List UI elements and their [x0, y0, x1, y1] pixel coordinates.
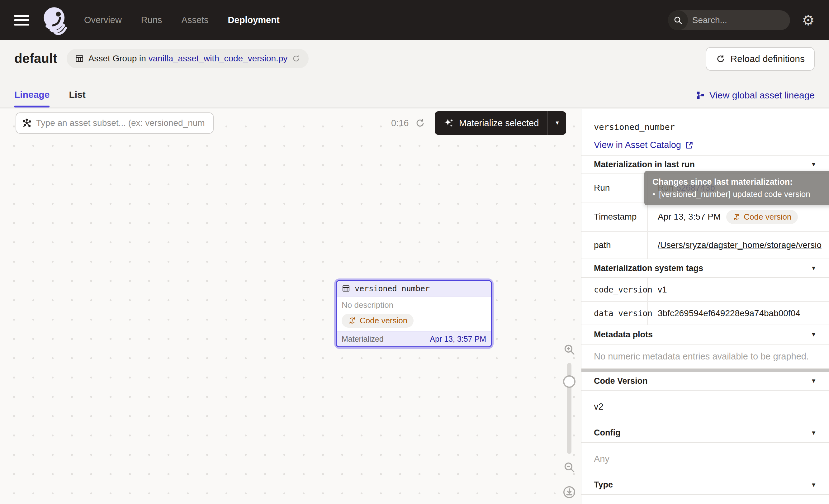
hamburger-menu-icon[interactable] [14, 15, 29, 26]
chevron-down-icon: ▼ [810, 331, 817, 338]
section-code-version[interactable]: Code Version▼ [581, 372, 829, 391]
nav-item-overview[interactable]: Overview [84, 15, 122, 25]
metadata-plots-empty-message: No numeric metadata entries available to… [581, 344, 829, 369]
refresh-graph-icon[interactable] [415, 118, 425, 128]
zoom-in-icon[interactable] [563, 343, 576, 356]
tag-key: code_version [581, 278, 648, 301]
nav-item-deployment[interactable]: Deployment [228, 15, 280, 25]
materialize-selected-button[interactable]: Materialize selected [435, 111, 547, 135]
asset-detail-panel: versioned_number View in Asset Catalog M… [581, 109, 829, 504]
section-metadata-plots[interactable]: Metadata plots▼ [581, 325, 829, 344]
code-version-changed-badge: Code version [341, 314, 413, 328]
refresh-icon [716, 54, 726, 64]
tooltip-item: •[versioned_number] updated code version [652, 189, 829, 199]
table-row: data_version 3bfc269594ef649228e9a74bab0… [581, 302, 829, 325]
tag-key: data_version [581, 302, 648, 325]
table-grid-icon [341, 284, 350, 293]
reload-definitions-button[interactable]: Reload definitions [706, 47, 815, 71]
global-search[interactable]: / [668, 10, 790, 30]
tooltip-title: Changes since last materialization: [652, 177, 829, 187]
tag-value: 3bfc269594ef649228e9a74bab00f04 [648, 302, 829, 325]
search-input[interactable] [688, 15, 790, 25]
dagster-app: Overview Runs Assets Deployment / ⚙ defa… [0, 0, 829, 504]
run-row-label: Run [581, 174, 648, 202]
system-tags-table: code_version v1 data_version 3bfc269594e… [581, 277, 829, 325]
table-row: code_version v1 [581, 278, 829, 302]
section-type[interactable]: Type▼ [581, 475, 829, 495]
asset-node-title: versioned_number [355, 284, 430, 293]
asset-graph-icon [22, 118, 32, 128]
page-header: default Asset Group in vanilla_asset_wit… [0, 40, 829, 108]
view-in-asset-catalog-link[interactable]: View in Asset Catalog [581, 135, 829, 155]
chevron-down-icon: ▼ [810, 377, 817, 384]
table-row: Timestamp Apr 13, 3:57 PM [581, 203, 829, 232]
materialized-timestamp-link[interactable]: Apr 13, 3:57 PM [430, 334, 486, 344]
dagster-logo-icon[interactable] [40, 5, 71, 36]
table-grid-icon [75, 54, 84, 63]
download-image-icon[interactable] [562, 485, 576, 499]
code-file-link[interactable]: vanilla_asset_with_code_version.py [149, 53, 288, 63]
search-icon [668, 10, 688, 30]
asset-subset-input[interactable] [36, 118, 207, 128]
lineage-graph-canvas[interactable]: 0:16 Materialize selected ▼ [0, 109, 581, 504]
tab-lineage[interactable]: Lineage [14, 89, 49, 107]
tab-list[interactable]: List [69, 89, 85, 107]
code-version-value: v2 [581, 391, 829, 423]
panel-asset-title: versioned_number [581, 119, 829, 135]
external-link-icon [685, 141, 693, 149]
materialize-dropdown-button[interactable]: ▼ [548, 111, 566, 135]
tag-value: v1 [648, 278, 829, 301]
asset-node-header: versioned_number [337, 281, 491, 296]
lineage-graph-icon [696, 91, 705, 100]
asset-node-versioned-number[interactable]: versioned_number No description [336, 280, 492, 347]
reload-group-icon[interactable] [292, 54, 300, 63]
sync-alert-icon [348, 316, 357, 325]
view-tabs: Lineage List [14, 89, 86, 107]
config-value: Any [581, 443, 829, 475]
page-title: default [14, 51, 57, 66]
section-config[interactable]: Config▼ [581, 423, 829, 443]
chevron-down-icon: ▼ [810, 481, 817, 489]
asset-node-footer: Materialized Apr 13, 3:57 PM [337, 331, 491, 347]
asset-node-description: No description [341, 300, 486, 310]
section-materialization-system-tags[interactable]: Materialization system tags▼ [581, 259, 829, 277]
storage-path-link[interactable]: /Users/sryza/dagster_home/storage/versio [658, 240, 822, 250]
chevron-down-icon: ▼ [810, 265, 817, 272]
refresh-timer-group: 0:16 [391, 112, 425, 134]
chevron-down-icon: ▼ [810, 430, 817, 436]
materialize-button-group: Materialize selected ▼ [435, 111, 566, 135]
settings-gear-icon[interactable]: ⚙ [802, 13, 815, 27]
timestamp-value: Apr 13, 3:57 PM [658, 212, 721, 222]
code-version-changed-badge: Code version [726, 210, 798, 224]
changes-tooltip: Changes since last materialization: •[ve… [644, 171, 829, 205]
asset-subset-filter[interactable] [15, 112, 214, 134]
timestamp-row-label: Timestamp [581, 203, 648, 231]
view-global-asset-lineage-link[interactable]: View global asset lineage [696, 90, 815, 101]
zoom-slider[interactable] [567, 363, 572, 454]
zoom-slider-thumb[interactable] [563, 375, 576, 388]
zoom-out-icon[interactable] [563, 461, 576, 474]
nav-links: Overview Runs Assets Deployment [84, 15, 280, 25]
asset-group-label: Asset Group in vanilla_asset_with_code_v… [88, 53, 288, 64]
nav-item-assets[interactable]: Assets [182, 15, 209, 25]
sync-alert-icon [732, 213, 741, 221]
table-row: path /Users/sryza/dagster_home/storage/v… [581, 232, 829, 259]
zoom-controls [559, 343, 579, 499]
top-nav: Overview Runs Assets Deployment / ⚙ [0, 0, 829, 40]
nav-item-runs[interactable]: Runs [141, 15, 162, 25]
section-materialization-last-run[interactable]: Materialization in last run▼ [581, 155, 829, 173]
panel-divider[interactable] [581, 369, 829, 372]
sparkle-icon [443, 118, 454, 128]
path-row-label: path [581, 232, 648, 258]
materialized-status-label: Materialized [341, 334, 384, 344]
asset-group-chip: Asset Group in vanilla_asset_with_code_v… [67, 49, 309, 68]
refresh-countdown: 0:16 [391, 118, 408, 128]
chevron-down-icon: ▼ [810, 161, 817, 168]
